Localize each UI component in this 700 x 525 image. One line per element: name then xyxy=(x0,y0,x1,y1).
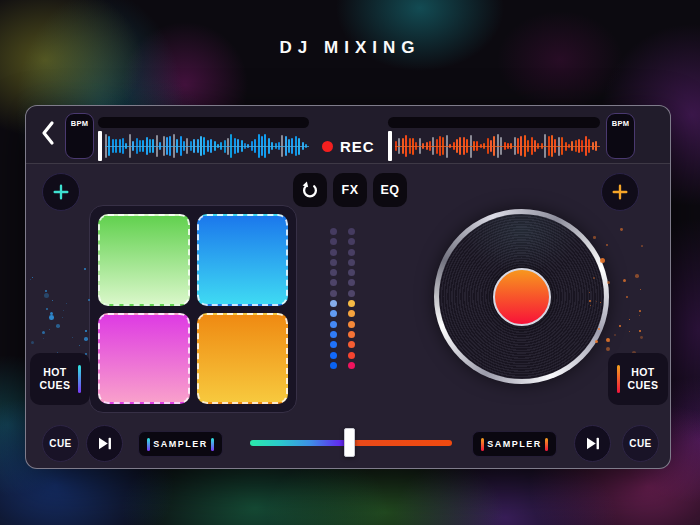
meter-dot xyxy=(348,290,355,297)
dj-mixer-panel: BPM REC BPM FX EQ xyxy=(25,105,671,469)
meter-dot xyxy=(348,279,355,286)
add-track-right-button[interactable] xyxy=(601,173,639,211)
eq-button[interactable]: EQ xyxy=(373,173,407,207)
crossfader-track[interactable] xyxy=(250,440,452,446)
meter-dot xyxy=(348,269,355,276)
waveform-right[interactable] xyxy=(388,131,600,161)
hot-cues-button-left[interactable]: HOT CUES xyxy=(30,353,90,405)
meter-dot xyxy=(330,228,337,235)
sample-pad-orange[interactable] xyxy=(197,313,289,405)
level-meter-right xyxy=(348,228,355,369)
track-progress-left[interactable] xyxy=(98,117,309,128)
hot-cues-indicator-bar xyxy=(78,365,81,393)
meter-dot xyxy=(330,310,337,317)
meter-dot xyxy=(330,279,337,286)
meter-dot xyxy=(348,331,355,338)
meter-dot xyxy=(348,362,355,369)
waveform-bars-left xyxy=(105,131,309,161)
sampler-label: SAMPLER xyxy=(153,439,208,449)
loop-button[interactable] xyxy=(293,173,327,207)
skip-button-right[interactable] xyxy=(574,425,611,462)
sample-pad-green[interactable] xyxy=(98,214,190,306)
rec-button[interactable]: REC xyxy=(322,131,382,161)
waveform-bars-right xyxy=(395,131,600,161)
playhead-left xyxy=(98,131,102,161)
record-dot-icon xyxy=(322,141,333,152)
meter-dot xyxy=(330,341,337,348)
meter-dot xyxy=(348,259,355,266)
hot-cues-label: HOT CUES xyxy=(39,366,71,392)
turntable[interactable] xyxy=(434,209,609,384)
meter-dot xyxy=(348,352,355,359)
meter-dot xyxy=(330,331,337,338)
meter-dot xyxy=(330,352,337,359)
meter-dot xyxy=(348,249,355,256)
page-title: DJ MIXING xyxy=(0,38,700,58)
plus-icon xyxy=(52,183,70,201)
meter-dot xyxy=(348,238,355,245)
skip-button-left[interactable] xyxy=(86,425,123,462)
add-track-left-button[interactable] xyxy=(42,173,80,211)
bpm-button-left[interactable]: BPM xyxy=(65,113,94,159)
level-meter-left xyxy=(330,228,337,369)
meter-dot xyxy=(330,321,337,328)
waveform-left[interactable] xyxy=(98,131,309,161)
fx-button[interactable]: FX xyxy=(333,173,367,207)
meter-dot xyxy=(330,259,337,266)
vinyl-record xyxy=(439,214,604,379)
sample-pad-grid xyxy=(89,205,297,413)
meter-dot xyxy=(330,249,337,256)
skip-next-icon xyxy=(584,435,601,452)
meter-dot xyxy=(330,238,337,245)
level-meters xyxy=(330,228,355,369)
sampler-indicator-bar xyxy=(545,438,548,451)
cue-button-left[interactable]: CUE xyxy=(42,425,79,462)
track-progress-right[interactable] xyxy=(388,117,600,128)
sample-pad-magenta[interactable] xyxy=(98,313,190,405)
bpm-button-right[interactable]: BPM xyxy=(606,113,635,159)
sampler-indicator-bar xyxy=(147,438,150,451)
back-button[interactable] xyxy=(34,115,62,151)
meter-dot xyxy=(348,300,355,307)
sampler-label: SAMPLER xyxy=(487,439,542,449)
sample-pad-blue[interactable] xyxy=(197,214,289,306)
crossfader-handle[interactable] xyxy=(344,428,355,457)
vinyl-center-label xyxy=(493,268,551,326)
hot-cues-button-right[interactable]: HOT CUES xyxy=(608,353,668,405)
meter-dot xyxy=(348,341,355,348)
meter-dot xyxy=(330,269,337,276)
sampler-button-right[interactable]: SAMPLER xyxy=(472,431,557,457)
plus-icon xyxy=(611,183,629,201)
sampler-button-left[interactable]: SAMPLER xyxy=(138,431,223,457)
meter-dot xyxy=(330,290,337,297)
loop-arrow-icon xyxy=(300,180,320,200)
playhead-right xyxy=(388,131,392,161)
meter-dot xyxy=(330,300,337,307)
meter-dot xyxy=(348,310,355,317)
meter-dot xyxy=(348,228,355,235)
deck-header: BPM REC BPM xyxy=(26,106,670,164)
cue-button-right[interactable]: CUE xyxy=(622,425,659,462)
meter-dot xyxy=(330,362,337,369)
skip-next-icon xyxy=(96,435,113,452)
hot-cues-indicator-bar xyxy=(617,365,620,393)
sampler-indicator-bar xyxy=(481,438,484,451)
rec-label: REC xyxy=(340,138,375,155)
chevron-left-icon xyxy=(39,120,57,146)
sampler-indicator-bar xyxy=(211,438,214,451)
meter-dot xyxy=(348,321,355,328)
hot-cues-label: HOT CUES xyxy=(627,366,659,392)
